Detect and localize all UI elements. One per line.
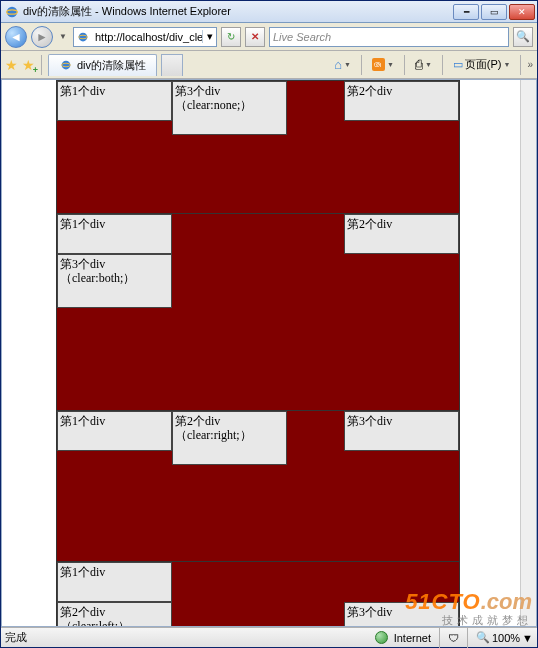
search-icon: 🔍: [516, 30, 530, 43]
separator: [361, 55, 362, 75]
ie-logo-icon: [5, 5, 19, 19]
chevron-right-icon[interactable]: »: [527, 59, 533, 70]
address-dropdown[interactable]: ▾: [202, 30, 216, 43]
zoom-control[interactable]: 🔍 100% ▼: [476, 631, 533, 644]
protected-mode-icon: 🛡: [448, 632, 459, 644]
div-box: 第2个div（clear:left;）: [57, 602, 172, 627]
div-box: 第1个div: [57, 214, 172, 254]
div-box: 第2个div: [344, 81, 459, 121]
vertical-scrollbar[interactable]: [520, 80, 536, 626]
div-box: 第3个div: [344, 411, 459, 451]
div-box: 第2个div: [344, 214, 459, 254]
demo-block: 第1个div第2个div第3个div（clear:both;）: [56, 213, 460, 411]
print-icon: [415, 57, 423, 72]
window-title: div的清除属性 - Windows Internet Explorer: [23, 4, 453, 19]
home-button[interactable]: ⌂▼: [330, 55, 355, 75]
new-tab-button[interactable]: [161, 54, 183, 76]
refresh-icon: ↻: [227, 31, 235, 42]
div-box: 第3个div: [344, 602, 459, 627]
close-button[interactable]: ✕: [509, 4, 535, 20]
separator: [404, 55, 405, 75]
command-bar: ★ ★ div的清除属性 ⌂▼ ෧▼ ▼ 页面(P)▼ »: [1, 51, 537, 79]
div-box: 第1个div: [57, 411, 172, 451]
search-input[interactable]: Live Search: [269, 27, 509, 47]
separator: [442, 55, 443, 75]
search-button[interactable]: 🔍: [513, 27, 533, 47]
maximize-button[interactable]: ▭: [481, 4, 507, 20]
stop-button[interactable]: ✕: [245, 27, 265, 47]
back-button[interactable]: ◄: [5, 26, 27, 48]
page-body: 第1个div第3个div（clear:none;）第2个div第1个div第2个…: [56, 80, 516, 627]
add-favorite-icon[interactable]: ★: [22, 57, 35, 73]
search-placeholder: Live Search: [273, 31, 331, 43]
minimize-button[interactable]: ━: [453, 4, 479, 20]
favorites-icon[interactable]: ★: [5, 57, 18, 73]
div-box: 第1个div: [57, 562, 172, 602]
window-frame: div的清除属性 - Windows Internet Explorer ━ ▭…: [0, 0, 538, 648]
print-button[interactable]: ▼: [411, 55, 436, 75]
separator: [467, 628, 468, 648]
div-box: 第3个div（clear:none;）: [172, 81, 287, 135]
forward-button[interactable]: ►: [31, 26, 53, 48]
page-menu-button[interactable]: 页面(P)▼: [449, 55, 515, 75]
zone-label: Internet: [394, 632, 431, 644]
zoom-dropdown: ▼: [522, 632, 533, 644]
home-icon: ⌂: [334, 57, 342, 72]
svg-point-4: [62, 61, 71, 70]
div-box: 第3个div（clear:both;）: [57, 254, 172, 308]
zoom-icon: 🔍: [476, 631, 490, 644]
refresh-button[interactable]: ↻: [221, 27, 241, 47]
page-menu-icon: [453, 58, 463, 71]
demo-block: 第1个div第2个div（clear:left;）第3个div: [56, 561, 460, 627]
status-bar: 完成 Internet 🛡 🔍 100% ▼: [1, 627, 537, 647]
status-text: 完成: [5, 630, 369, 645]
separator: [520, 55, 521, 75]
internet-zone-icon: [375, 631, 388, 644]
tab-page-icon: [59, 58, 73, 72]
address-bar[interactable]: http://localhost/div_cle... ▾: [73, 27, 217, 47]
stop-icon: ✕: [251, 31, 259, 42]
url-text: http://localhost/div_cle...: [92, 31, 202, 43]
browser-tab[interactable]: div的清除属性: [48, 54, 157, 76]
demo-block: 第1个div第2个div（clear:right;）第3个div: [56, 410, 460, 562]
rss-icon: ෧: [372, 58, 385, 71]
div-box: 第2个div（clear:right;）: [172, 411, 287, 465]
svg-point-0: [7, 6, 18, 17]
separator: [439, 628, 440, 648]
separator: [41, 55, 42, 75]
svg-point-2: [79, 32, 88, 41]
feeds-button[interactable]: ෧▼: [368, 55, 398, 75]
zoom-value: 100%: [492, 632, 520, 644]
page-menu-label: 页面(P): [465, 57, 502, 72]
demo-block: 第1个div第3个div（clear:none;）第2个div: [56, 80, 460, 214]
nav-bar: ◄ ► ▼ http://localhost/div_cle... ▾ ↻ ✕ …: [1, 23, 537, 51]
title-bar: div的清除属性 - Windows Internet Explorer ━ ▭…: [1, 1, 537, 23]
content-viewport: 第1个div第3个div（clear:none;）第2个div第1个div第2个…: [1, 79, 537, 627]
page-icon: [76, 30, 90, 44]
div-box: 第1个div: [57, 81, 172, 121]
history-dropdown[interactable]: ▼: [57, 26, 69, 48]
tab-label: div的清除属性: [77, 58, 146, 73]
